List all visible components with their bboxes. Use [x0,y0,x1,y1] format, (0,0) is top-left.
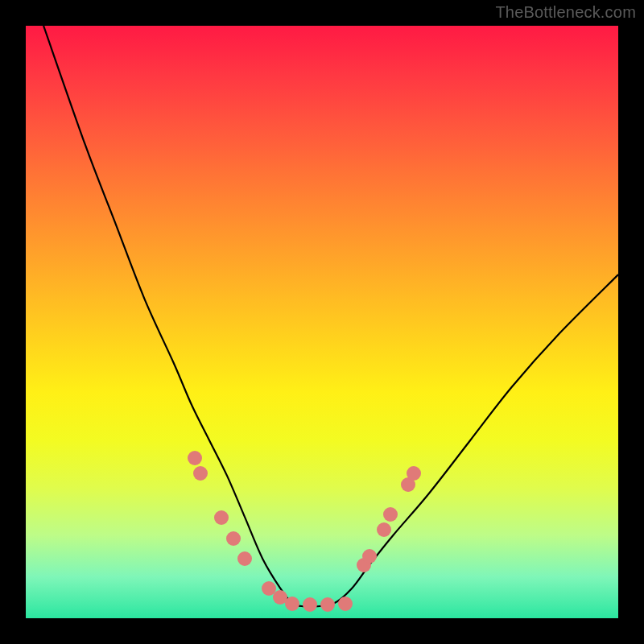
watermark-text: TheBottleneck.com [495,3,636,22]
scatter-dot [188,451,202,465]
scatter-dot [407,466,421,481]
scatter-dot [285,597,299,611]
plot-area [26,26,618,618]
scatter-dot [237,551,252,566]
scatter-dot [362,549,377,564]
scatter-dot [377,522,391,537]
curve-svg [26,26,618,618]
chart-frame: TheBottleneck.com [0,0,644,644]
scatter-dot [193,466,208,481]
scatter-dot [303,597,317,612]
scatter-dot [320,597,335,612]
bottleneck-curve [43,26,618,607]
scatter-dot [214,510,229,525]
scatter-dot [383,507,398,522]
scatter-dot [338,597,353,611]
scatter-dot [226,531,241,546]
